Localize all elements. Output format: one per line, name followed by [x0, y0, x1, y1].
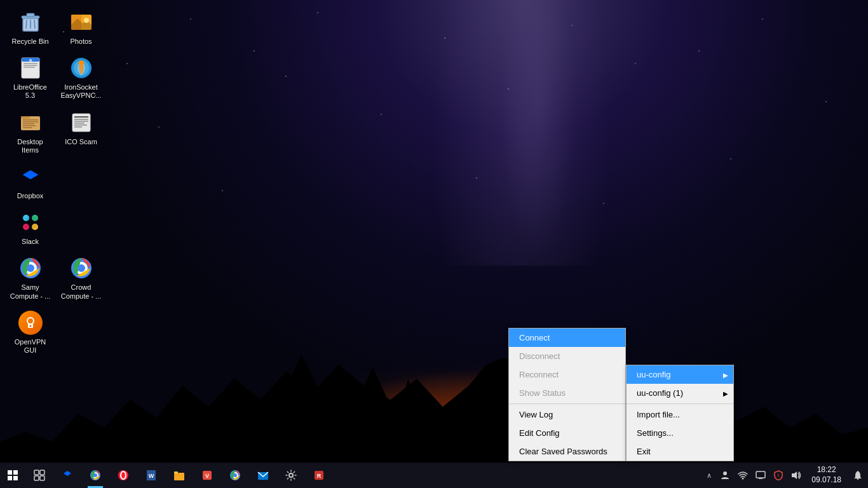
svg-rect-53	[8, 470, 12, 475]
sub-uu-config[interactable]: uu-config	[627, 365, 733, 384]
samy-chrome-icon[interactable]: Samy Compute - ...	[6, 252, 54, 303]
svg-point-64	[93, 473, 97, 477]
ctx-connect[interactable]: Connect	[509, 329, 625, 347]
svg-line-8	[34, 20, 35, 29]
tray-expand-button[interactable]: ∧	[702, 463, 716, 488]
svg-rect-16	[24, 65, 37, 66]
ctx-clear-passwords[interactable]: Clear Saved Passwords	[509, 442, 625, 461]
svg-rect-58	[40, 470, 44, 475]
submenu: uu-config uu-config (1) Import file... S…	[626, 365, 734, 461]
taskbar-apps: W V	[25, 463, 333, 488]
svg-text:R: R	[317, 473, 322, 479]
taskbar-clock[interactable]: 18:22 09.07.18	[805, 463, 848, 488]
taskbar-opera[interactable]	[109, 463, 137, 488]
task-view-button[interactable]	[25, 463, 53, 488]
openvpn-icon[interactable]: OpenVPN GUI	[6, 307, 54, 358]
libreoffice-icon[interactable]: W LibreOffice 5.3	[6, 52, 54, 103]
svg-text:W: W	[29, 58, 32, 62]
svg-rect-5	[27, 13, 34, 17]
start-button[interactable]	[0, 463, 25, 488]
svg-rect-83	[756, 471, 765, 478]
desktop-icons-container: Recycle Bin Photos	[0, 0, 111, 364]
taskbar-dropbox[interactable]	[53, 463, 81, 488]
svg-rect-57	[34, 470, 39, 475]
svg-rect-15	[24, 63, 37, 64]
ico-scam-icon[interactable]: ICO Scam	[57, 107, 105, 158]
tray-network[interactable]	[734, 463, 752, 488]
svg-point-50	[27, 318, 34, 324]
svg-rect-17	[24, 67, 35, 68]
tray-remote-desktop[interactable]	[752, 463, 770, 488]
svg-rect-71	[174, 471, 178, 474]
taskbar-word[interactable]: W	[137, 463, 165, 488]
notification-center-button[interactable]	[848, 463, 868, 488]
taskbar-viva[interactable]: V	[193, 463, 221, 488]
sub-separator	[627, 403, 733, 404]
context-menu: Connect Disconnect Reconnect Show Status…	[508, 328, 626, 461]
svg-rect-24	[21, 116, 30, 119]
slack-icon[interactable]: Slack	[6, 207, 54, 249]
ctx-disconnect[interactable]: Disconnect	[509, 347, 625, 365]
svg-point-82	[742, 478, 744, 480]
svg-rect-43	[25, 217, 36, 228]
ctx-show-status[interactable]: Show Status	[509, 384, 625, 402]
svg-rect-55	[8, 476, 12, 480]
ctx-view-log[interactable]: View Log	[509, 405, 625, 424]
crowd-chrome-icon[interactable]: Crowd Compute - ...	[57, 252, 105, 303]
ctx-edit-config[interactable]: Edit Config	[509, 424, 625, 442]
tray-volume[interactable]	[787, 463, 805, 488]
ctx-reconnect[interactable]: Reconnect	[509, 365, 625, 384]
sub-uu-config-1[interactable]: uu-config (1)	[627, 384, 733, 402]
svg-rect-33	[74, 121, 88, 122]
clock-time: 18:22	[817, 465, 836, 475]
tray-vpn-shield[interactable]: !	[770, 463, 787, 488]
sub-exit[interactable]: Exit	[627, 442, 733, 461]
sub-import-file[interactable]: Import file...	[627, 405, 733, 424]
photos-icon[interactable]: Photos	[57, 6, 105, 49]
taskbar-settings[interactable]	[277, 463, 305, 488]
sub-settings[interactable]: Settings...	[627, 424, 733, 442]
taskbar-chrome[interactable]	[81, 463, 109, 488]
svg-point-12	[84, 18, 89, 23]
svg-marker-38	[23, 170, 38, 179]
svg-rect-29	[23, 127, 32, 128]
taskbar: W V	[0, 463, 868, 488]
svg-rect-26	[23, 121, 38, 123]
taskbar-explorer[interactable]	[165, 463, 193, 488]
svg-rect-35	[74, 125, 87, 126]
svg-line-6	[26, 20, 27, 29]
taskbar-ruby[interactable]: R	[305, 463, 333, 488]
svg-text:W: W	[149, 473, 154, 479]
svg-rect-31	[74, 116, 88, 118]
svg-rect-25	[23, 119, 38, 121]
svg-text:V: V	[205, 473, 209, 479]
recycle-bin-icon[interactable]: Recycle Bin	[6, 6, 54, 49]
svg-rect-34	[74, 123, 85, 124]
mountain-silhouette	[0, 323, 868, 463]
svg-point-22	[79, 60, 84, 65]
svg-point-52	[29, 325, 31, 327]
svg-marker-61	[64, 471, 71, 478]
clock-date: 09.07.18	[811, 475, 841, 485]
svg-rect-54	[13, 470, 18, 475]
desktop: Recycle Bin Photos	[0, 0, 868, 488]
svg-rect-32	[74, 119, 88, 120]
ironsocket-icon[interactable]: IronSocket EasyVPNC...	[57, 52, 105, 103]
svg-rect-56	[13, 476, 18, 480]
taskbar-chrome2[interactable]	[221, 463, 249, 488]
svg-rect-60	[40, 476, 44, 480]
tray-people[interactable]	[716, 463, 734, 488]
dropbox-icon[interactable]: Dropbox	[6, 161, 54, 203]
svg-point-78	[289, 473, 293, 477]
taskbar-mail[interactable]	[249, 463, 277, 488]
svg-rect-28	[23, 125, 36, 126]
svg-point-76	[233, 473, 237, 477]
svg-rect-59	[34, 476, 39, 480]
taskbar-right: ∧	[702, 463, 868, 488]
svg-rect-36	[74, 126, 82, 128]
milkyway-effect	[0, 0, 868, 266]
svg-marker-87	[792, 471, 797, 479]
desktop-items-icon[interactable]: Desktop Items	[6, 107, 54, 158]
svg-rect-27	[23, 123, 34, 125]
svg-text:!: !	[778, 473, 779, 478]
